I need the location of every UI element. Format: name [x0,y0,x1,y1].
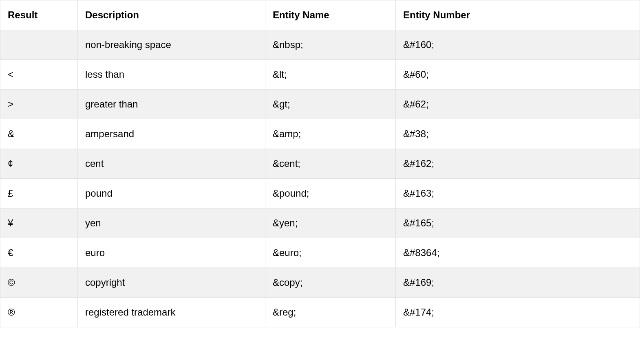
cell-description: ampersand [78,119,265,149]
cell-result: < [0,60,78,90]
cell-entity-number: &#60; [396,60,640,90]
cell-entity-name: &lt; [265,60,396,90]
cell-entity-number: &#163; [396,179,640,208]
cell-description: greater than [78,90,265,119]
cell-description: registered trademark [78,298,265,327]
cell-result: © [0,268,78,298]
cell-description: yen [78,208,265,238]
cell-result: ® [0,298,78,327]
table-row: <less than&lt;&#60; [0,60,640,90]
col-header-result: Result [0,0,78,30]
cell-description: pound [78,179,265,208]
cell-description: less than [78,60,265,90]
table-row: ©copyright&copy;&#169; [0,268,640,298]
html-entities-table: Result Description Entity Name Entity Nu… [0,0,640,327]
col-header-entity-number: Entity Number [396,0,640,30]
table-row: ¥yen&yen;&#165; [0,208,640,238]
table-row: >greater than&gt;&#62; [0,90,640,119]
cell-result: > [0,90,78,119]
cell-result: & [0,119,78,149]
table-row: ¢cent&cent;&#162; [0,149,640,179]
cell-entity-name: &pound; [265,179,396,208]
cell-entity-name: &gt; [265,90,396,119]
cell-entity-number: &#174; [396,298,640,327]
cell-result: £ [0,179,78,208]
table-row: ®registered trademark&reg;&#174; [0,298,640,327]
cell-entity-number: &#8364; [396,238,640,268]
cell-entity-name: &yen; [265,208,396,238]
cell-result: € [0,238,78,268]
table-row: £pound&pound;&#163; [0,179,640,208]
cell-description: cent [78,149,265,179]
cell-result [0,30,78,60]
cell-entity-name: &copy; [265,268,396,298]
cell-entity-name: &reg; [265,298,396,327]
cell-entity-number: &#62; [396,90,640,119]
cell-entity-number: &#38; [396,119,640,149]
col-header-entity-name: Entity Name [265,0,396,30]
cell-description: non-breaking space [78,30,265,60]
table-row: &ampersand&amp;&#38; [0,119,640,149]
cell-entity-number: &#169; [396,268,640,298]
cell-entity-name: &nbsp; [265,30,396,60]
cell-entity-name: &amp; [265,119,396,149]
cell-entity-number: &#160; [396,30,640,60]
cell-entity-name: &euro; [265,238,396,268]
cell-result: ¢ [0,149,78,179]
col-header-description: Description [78,0,265,30]
cell-result: ¥ [0,208,78,238]
cell-description: copyright [78,268,265,298]
cell-entity-number: &#165; [396,208,640,238]
table-header-row: Result Description Entity Name Entity Nu… [0,0,640,30]
cell-description: euro [78,238,265,268]
table-row: non-breaking space&nbsp;&#160; [0,30,640,60]
cell-entity-number: &#162; [396,149,640,179]
cell-entity-name: &cent; [265,149,396,179]
table-row: €euro&euro;&#8364; [0,238,640,268]
